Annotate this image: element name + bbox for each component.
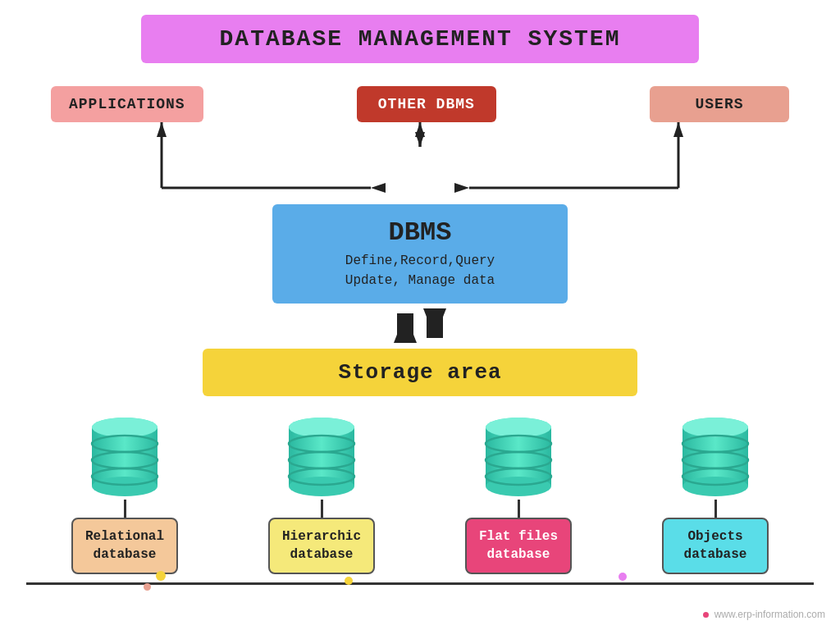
dot-yellow [156,571,166,581]
db-label-relational: Relationaldatabase [71,518,178,574]
svg-marker-10 [371,183,386,193]
svg-rect-14 [397,313,413,343]
dbms-subtitle: Define,Record,Query Update, Manage data [322,251,518,290]
svg-rect-15 [427,308,443,338]
title-box: DATABASE MANAGEMENT SYSTEM [141,15,699,63]
dbms-title: DBMS [322,217,518,248]
svg-point-32 [486,477,551,496]
svg-point-26 [289,418,354,437]
db-label-hierarchic: Hierarchicdatabase [268,518,375,574]
watermark: www.erp-information.com [703,609,825,620]
dbms-storage-arrows-svg [51,304,789,349]
svg-point-19 [92,418,158,437]
dot-yellow2 [345,577,353,585]
dot-coral [619,573,627,581]
title-text: DATABASE MANAGEMENT SYSTEM [220,26,621,52]
db-label-objects: Objectsdatabase [662,518,769,574]
svg-marker-5 [673,122,683,137]
top-arrows-svg [51,122,789,212]
db-item-objects: Objectsdatabase [662,409,769,574]
cylinder-objects [670,409,760,500]
dot-pink [144,583,151,591]
db-item-hierarchic: Hierarchicdatabase [268,409,375,574]
cylinder-relational [80,409,170,500]
cylinder-hierarchic [276,409,367,500]
storage-box: Storage area [203,349,637,396]
svg-point-25 [289,477,354,496]
cylinder-flat [473,409,564,500]
top-row: APPLICATIONS OTHER DBMS USERS [51,86,789,122]
db-label-flat: Flat filesdatabase [465,518,572,574]
svg-marker-2 [157,122,167,137]
diagram-container: DATABASE MANAGEMENT SYSTEM APPLICATIONS … [0,0,840,630]
applications-box: APPLICATIONS [51,86,203,122]
svg-point-40 [682,418,748,437]
db-stem-flat [518,500,520,518]
db-stem-hierarchic [321,500,323,518]
db-item-relational: Relationaldatabase [71,409,178,574]
db-stem-objects [714,500,717,518]
dbms-box: DBMS Define,Record,Query Update, Manage … [272,204,568,304]
svg-point-33 [486,418,551,437]
db-stem-relational [124,500,126,518]
users-box: USERS [650,86,789,122]
svg-marker-11 [454,183,469,193]
db-item-flat: Flat filesdatabase [465,409,572,574]
svg-point-18 [92,477,158,496]
watermark-dot [703,612,709,618]
db-row: Relationaldatabase [26,409,814,582]
svg-point-39 [682,477,748,496]
other-dbms-box: OTHER DBMS [357,86,496,122]
